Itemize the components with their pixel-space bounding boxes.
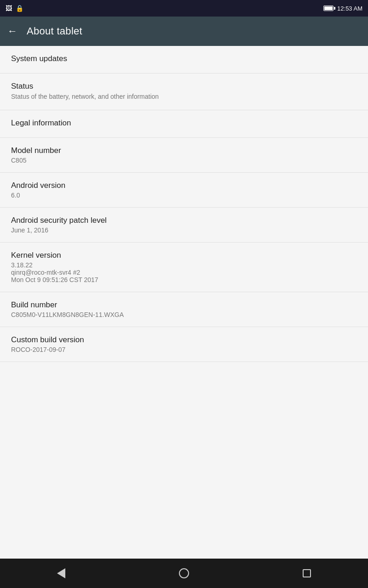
kernel-version-item[interactable]: Kernel version 3.18.22 qinrq@roco-mtk-sv… — [0, 243, 368, 292]
nav-home-button[interactable] — [170, 560, 198, 587]
app-bar-title: About tablet — [27, 25, 82, 37]
home-circle-icon — [179, 568, 189, 578]
image-icon: 🖼 — [6, 5, 12, 12]
android-version-title: Android version — [11, 181, 357, 190]
kernel-version-title: Kernel version — [11, 251, 357, 260]
lock-icon: 🔒 — [16, 5, 23, 12]
status-title: Status — [11, 82, 357, 91]
battery-icon — [323, 6, 334, 11]
system-updates-title: System updates — [11, 54, 357, 63]
android-security-patch-value: June 1, 2016 — [11, 226, 357, 234]
model-number-title: Model number — [11, 146, 357, 155]
android-version-item[interactable]: Android version 6.0 — [0, 173, 368, 208]
kernel-version-value: 3.18.22 qinrq@roco-mtk-svr4 #2 Mon Oct 9… — [11, 261, 357, 283]
nav-back-button[interactable] — [47, 560, 75, 587]
android-security-patch-item[interactable]: Android security patch level June 1, 201… — [0, 208, 368, 243]
build-number-title: Build number — [11, 300, 357, 310]
nav-recent-button[interactable] — [293, 560, 321, 587]
legal-information-item[interactable]: Legal information — [0, 110, 368, 138]
custom-build-version-title: Custom build version — [11, 335, 357, 345]
status-subtitle: Status of the battery, network, and othe… — [11, 92, 357, 102]
status-bar-left: 🖼 🔒 — [6, 5, 23, 12]
custom-build-version-item[interactable]: Custom build version ROCO-2017-09-07 — [0, 327, 368, 362]
status-item[interactable]: Status Status of the battery, network, a… — [0, 74, 368, 110]
app-bar: ← About tablet — [0, 17, 368, 46]
custom-build-version-value: ROCO-2017-09-07 — [11, 346, 357, 353]
status-bar-right: 12:53 AM — [323, 5, 362, 12]
nav-bar — [0, 559, 368, 588]
recent-square-icon — [303, 569, 311, 577]
back-button[interactable]: ← — [7, 26, 17, 36]
status-time: 12:53 AM — [337, 5, 362, 12]
back-triangle-icon — [57, 568, 65, 578]
status-bar: 🖼 🔒 12:53 AM — [0, 0, 368, 17]
model-number-item[interactable]: Model number C805 — [0, 138, 368, 173]
android-security-patch-title: Android security patch level — [11, 216, 357, 225]
content-area: System updates Status Status of the batt… — [0, 46, 368, 559]
system-updates-item[interactable]: System updates — [0, 46, 368, 74]
legal-information-title: Legal information — [11, 119, 357, 128]
model-number-value: C805 — [11, 157, 357, 164]
build-number-item[interactable]: Build number C805M0-V11LKM8GN8GEN-11.WXG… — [0, 292, 368, 327]
android-version-value: 6.0 — [11, 192, 357, 199]
build-number-value: C805M0-V11LKM8GN8GEN-11.WXGA — [11, 311, 357, 318]
